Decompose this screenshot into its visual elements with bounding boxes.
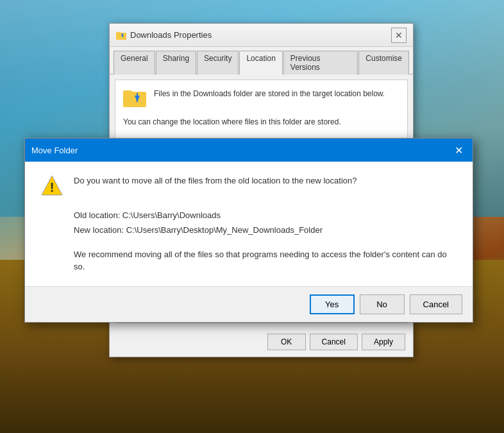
location-change-hint: You can change the location where files … [123,116,399,128]
svg-rect-1 [116,32,121,34]
downloads-titlebar: Downloads Properties ✕ [110,24,413,47]
move-recommend-text: We recommend moving all of the files so … [74,248,457,273]
downloads-footer: OK Cancel Apply [110,328,413,357]
downloads-close-button[interactable]: ✕ [391,28,407,43]
move-question-text: Do you want to move all of the files fro… [74,174,357,187]
tab-sharing[interactable]: Sharing [156,51,196,74]
no-button[interactable]: No [360,294,405,314]
move-folder-titlebar: Move Folder ✕ [25,139,473,162]
new-location-line: New location: C:\Users\Barry\Desktop\My_… [74,223,457,237]
folder-download-icon [116,30,126,40]
svg-text:!: ! [50,180,55,194]
svg-rect-5 [123,90,132,94]
tab-security[interactable]: Security [197,51,239,74]
move-folder-footer: Yes No Cancel [25,287,473,322]
warning-icon: ! [40,174,63,198]
move-folder-dialog: Move Folder ✕ ! Do you want to move all … [24,138,473,323]
location-description-text: Files in the Downloads folder are stored… [154,88,385,99]
move-cancel-button[interactable]: Cancel [410,294,462,314]
tabs-bar: General Sharing Security Location Previo… [110,47,413,74]
ok-button[interactable]: OK [267,334,306,350]
move-question-row: ! Do you want to move all of the files f… [40,174,457,198]
location-info-row: Files in the Downloads folder are stored… [123,88,399,108]
tab-location[interactable]: Location [239,51,282,74]
move-folder-body: ! Do you want to move all of the files f… [25,162,473,287]
titlebar-left: Downloads Properties [116,30,212,40]
tab-customise[interactable]: Customise [358,51,409,74]
tab-general[interactable]: General [113,51,155,74]
cancel-button[interactable]: Cancel [310,334,358,350]
old-location-line: Old location: C:\Users\Barry\Downloads [74,208,457,223]
yes-button[interactable]: Yes [310,294,355,314]
apply-button[interactable]: Apply [362,334,405,350]
folder-large-icon [123,88,146,108]
tab-previous-versions[interactable]: Previous Versions [283,51,358,74]
move-folder-title: Move Folder [31,146,78,155]
move-folder-close-button[interactable]: ✕ [451,142,466,158]
move-locations-info: Old location: C:\Users\Barry\Downloads N… [74,208,457,238]
downloads-window-title: Downloads Properties [130,30,212,40]
